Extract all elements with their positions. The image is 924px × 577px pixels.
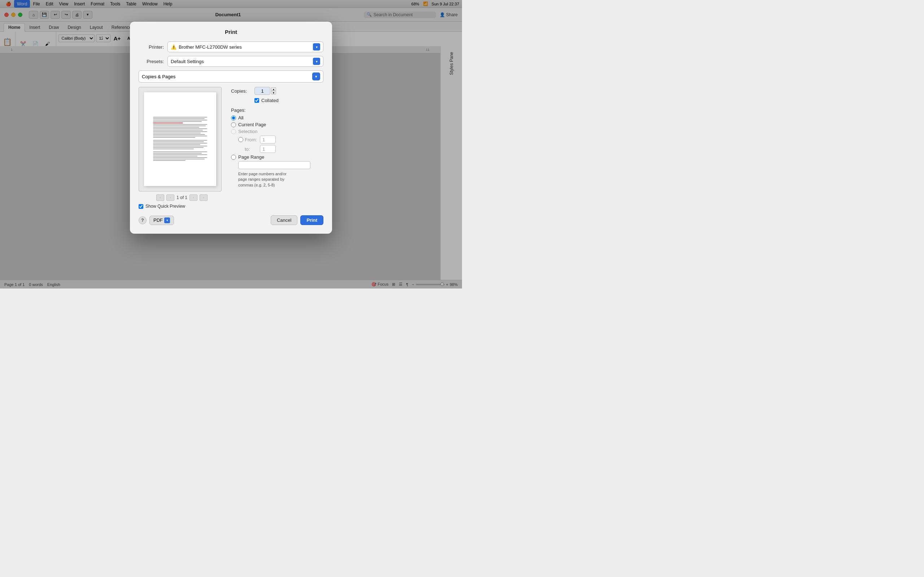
quick-preview-checkbox[interactable] <box>139 204 143 209</box>
pages-label: Pages: <box>231 108 323 113</box>
pages-all-row: All <box>231 115 323 121</box>
presets-select[interactable]: Default Settings ▾ <box>168 56 323 67</box>
print-main-content: « ‹ 1 of 1 › » Show Quick Preview Copies… <box>139 87 323 209</box>
print-dialog-footer: ? PDF ▾ Cancel Print <box>139 215 323 225</box>
preview-text-content <box>149 113 211 165</box>
copies-spinner: ▲ ▼ <box>271 87 276 95</box>
presets-row: Presets: Default Settings ▾ <box>139 56 323 67</box>
collated-row: Collated <box>254 98 323 103</box>
pages-selection-radio[interactable] <box>231 129 236 134</box>
copies-label: Copies: <box>231 89 254 94</box>
pages-selection-row: Selection <box>231 129 323 134</box>
print-preview-section: « ‹ 1 of 1 › » Show Quick Preview <box>139 87 225 209</box>
section-dropdown-text: Copies & Pages <box>142 74 312 79</box>
copies-increment-button[interactable]: ▲ <box>271 87 276 91</box>
collated-checkbox[interactable] <box>254 98 259 103</box>
print-preview-box <box>139 87 221 192</box>
pages-selection-label: Selection <box>238 129 257 134</box>
printer-value: Brother MFC-L2700DW series <box>179 44 313 50</box>
quick-preview-label: Show Quick Preview <box>145 204 185 209</box>
preview-next-button[interactable]: › <box>189 194 197 201</box>
from-input[interactable] <box>260 135 276 143</box>
page-range-input[interactable] <box>238 161 310 169</box>
pdf-dropdown-arrow[interactable]: ▾ <box>164 218 170 223</box>
print-dialog-title: Print <box>139 29 323 35</box>
from-row: From: <box>238 135 323 143</box>
pages-current-row: Current Page <box>231 122 323 127</box>
page-range-hint: Enter page numbers and/orpage ranges sep… <box>238 171 323 188</box>
section-dropdown-button[interactable]: ▾ <box>312 73 320 81</box>
to-input[interactable] <box>260 145 276 153</box>
pages-all-radio[interactable] <box>231 115 236 121</box>
preview-navigation: « ‹ 1 of 1 › » <box>139 194 225 201</box>
presets-label: Presets: <box>139 59 164 64</box>
print-options-section: Copies: ▲ ▼ Collated Pag <box>231 87 323 209</box>
printer-select[interactable]: ⚠️ Brother MFC-L2700DW series ▾ <box>168 42 323 52</box>
preview-first-button[interactable]: « <box>156 194 164 201</box>
pdf-button[interactable]: PDF ▾ <box>149 216 174 225</box>
from-label: From: <box>245 137 260 142</box>
printer-dropdown-arrow[interactable]: ▾ <box>313 43 320 50</box>
copies-row: Copies: ▲ ▼ <box>231 87 323 95</box>
quick-preview-row: Show Quick Preview <box>139 204 225 209</box>
pdf-label: PDF <box>153 218 163 223</box>
to-label: to: <box>245 147 260 152</box>
printer-warning-icon: ⚠️ <box>171 44 176 50</box>
pages-all-label: All <box>238 115 243 121</box>
footer-buttons: Cancel Print <box>271 215 323 225</box>
pages-current-label: Current Page <box>238 122 266 127</box>
print-preview-inner <box>144 92 216 186</box>
printer-label: Printer: <box>139 44 164 50</box>
copies-decrement-button[interactable]: ▼ <box>271 91 276 95</box>
preview-last-button[interactable]: » <box>200 194 208 201</box>
page-range-label: Page Range <box>238 154 264 160</box>
copies-pages-section-dropdown[interactable]: Copies & Pages ▾ <box>139 70 323 82</box>
print-dialog: Print Printer: ⚠️ Brother MFC-L2700DW se… <box>130 22 332 234</box>
copies-input[interactable] <box>254 87 270 95</box>
help-button[interactable]: ? <box>139 216 147 224</box>
collated-label: Collated <box>261 98 279 103</box>
printer-row: Printer: ⚠️ Brother MFC-L2700DW series ▾ <box>139 42 323 52</box>
print-submit-button[interactable]: Print <box>300 215 323 225</box>
presets-value: Default Settings <box>171 59 313 64</box>
preview-document <box>144 92 216 186</box>
print-dialog-overlay: Print Printer: ⚠️ Brother MFC-L2700DW se… <box>0 0 462 288</box>
pages-fromto-radio[interactable] <box>238 137 243 142</box>
preview-page-info: 1 of 1 <box>176 195 187 200</box>
page-range-row: Page Range <box>231 154 323 160</box>
to-row: to: <box>245 145 323 153</box>
preview-prev-button[interactable]: ‹ <box>166 194 174 201</box>
pages-current-radio[interactable] <box>231 122 236 127</box>
cancel-button[interactable]: Cancel <box>271 215 297 225</box>
from-to-section: From: to: <box>238 135 323 153</box>
pages-section: Pages: All Current Page Selection <box>231 108 323 188</box>
copies-input-container: ▲ ▼ <box>254 87 276 95</box>
presets-dropdown-arrow[interactable]: ▾ <box>313 58 320 65</box>
page-range-radio[interactable] <box>231 155 236 160</box>
